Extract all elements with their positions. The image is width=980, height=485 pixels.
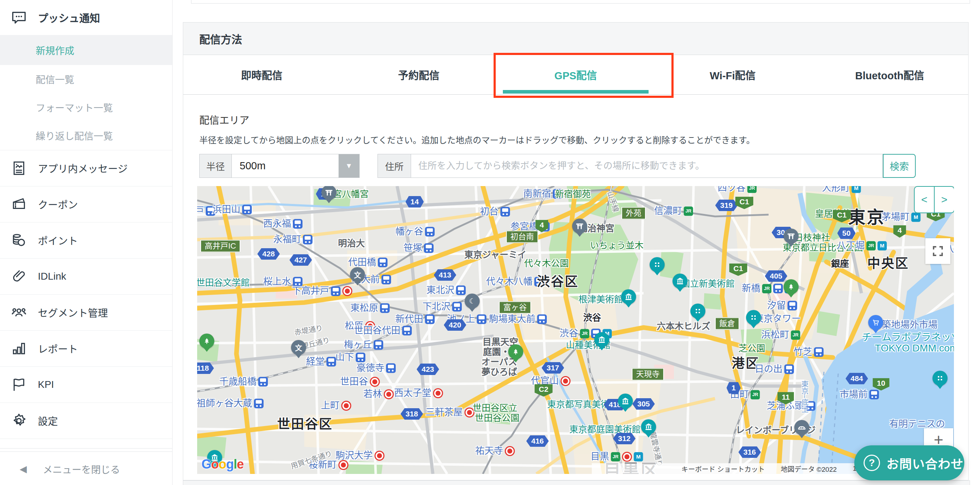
train-station-icon	[258, 377, 268, 386]
keyboard-shortcuts-link[interactable]: キーボード ショートカット	[681, 464, 765, 474]
map-label: 外苑	[621, 207, 646, 219]
map-pin-torii-icon	[572, 219, 587, 237]
point-icon	[11, 232, 27, 248]
map-label: 305	[632, 398, 655, 410]
radius-select[interactable]: 半径 500m ▼	[199, 154, 360, 178]
sidebar-item-in-app-message[interactable]: アプリ内メッセージ	[0, 150, 172, 186]
map-canvas[interactable]: 戸浜田山大宮八幡宮西永福永福町明治大高井戸IC世田谷文学館桜上水代田橋明大前下高…	[197, 186, 954, 474]
map-label: 東松原	[350, 303, 390, 313]
map-label: 423	[417, 364, 439, 375]
map-label: 八丁堀JRM	[837, 241, 887, 250]
map-label: 484	[845, 373, 868, 384]
sidebar-submenu: 新規作成配信一覧フォーマット一覧繰り返し配信一覧	[0, 35, 172, 149]
jr-station-icon: JR	[866, 241, 876, 250]
jr-station-icon: JR	[751, 390, 760, 399]
kpi-icon	[11, 377, 27, 393]
train-station-icon	[425, 314, 434, 324]
tab-bluetooth[interactable]: Bluetooth配信	[811, 55, 968, 94]
map-label: 318	[400, 408, 423, 420]
map-label: TOKYO DMM.com	[875, 343, 954, 353]
map-label: 世田谷区立	[473, 403, 517, 412]
fullscreen-button[interactable]	[925, 238, 950, 264]
delivery-method-card: 配信方法 即時配信予約配信GPS配信Wi-Fi配信Bluetooth配信 配信エ…	[183, 22, 969, 480]
map-label: 飯倉	[715, 317, 739, 330]
map-label: C1	[729, 263, 748, 276]
sidebar-item-idlink[interactable]: IDLink	[0, 259, 172, 295]
map-label: 代々木八幡	[486, 277, 544, 286]
tab-wifi[interactable]: Wi-Fi配信	[654, 55, 811, 94]
close-menu-button[interactable]: ◀ メニューを閉じる	[0, 453, 172, 485]
map-pin-museum-icon	[618, 394, 633, 412]
map-label: 茅場町M	[881, 212, 920, 222]
pan-right-button[interactable]: >	[935, 187, 954, 213]
train-station-icon	[382, 275, 391, 284]
sidebar-subitem-repeat-list[interactable]: 繰り返し配信一覧	[0, 121, 172, 149]
pan-left-button[interactable]: <	[915, 187, 935, 213]
coupon-icon	[11, 196, 27, 213]
map-label: 西永福	[263, 219, 302, 229]
map-label: 1	[726, 382, 741, 394]
sidebar-item-segment[interactable]: セグメント管理	[0, 295, 172, 331]
map-label: 信濃町JR	[654, 206, 693, 216]
tokyu-station-icon	[505, 446, 515, 456]
map-label: 代田橋	[348, 258, 388, 267]
map-label: 夢ひろば	[481, 367, 517, 377]
sidebar-item-point[interactable]: ポイント	[0, 223, 172, 259]
map-label: 312	[613, 433, 635, 444]
map-label: 高井戸IC	[200, 240, 240, 252]
address-label: 住所	[378, 154, 411, 178]
map-label: 赤堤通り	[294, 324, 323, 337]
train-station-icon	[869, 390, 879, 399]
map-pan-control: < >	[914, 186, 954, 213]
tab-immediate[interactable]: 即時配信	[183, 55, 340, 94]
sidebar-subitem-new[interactable]: 新規作成	[0, 35, 172, 65]
train-station-icon	[788, 301, 797, 310]
address-input[interactable]	[411, 154, 883, 178]
tokyu-station-icon	[341, 401, 352, 411]
map-label: 世田谷区	[277, 418, 333, 431]
map-label: C1	[735, 196, 754, 209]
map-label: 420	[444, 319, 466, 331]
map-pin-dots-icon	[746, 310, 761, 328]
tab-gps[interactable]: GPS配信	[497, 55, 654, 94]
map-label: 14	[406, 196, 423, 207]
contact-button[interactable]: ? お問い合わせ	[854, 445, 964, 480]
settings-icon	[11, 412, 27, 429]
sidebar: プッシュ通知 新規作成配信一覧フォーマット一覧繰り返し配信一覧 アプリ内メッセー…	[0, 0, 172, 485]
map-label: 4	[893, 225, 906, 237]
report-icon	[11, 340, 27, 357]
sidebar-item-report[interactable]: レポート	[0, 331, 172, 367]
map-label: 下北沢	[423, 302, 462, 312]
tab-scheduled[interactable]: 予約配信	[340, 55, 498, 94]
map-pin-tree-icon	[784, 279, 799, 297]
train-station-icon	[477, 314, 487, 324]
map-label: 笹塚	[404, 243, 434, 253]
jr-station-icon: JR	[791, 330, 800, 340]
map-label: 東京ジャーミイ	[464, 250, 527, 259]
search-button[interactable]: 検索	[883, 154, 916, 178]
sidebar-item-coupon[interactable]: クーポン	[0, 186, 172, 223]
map-label: 山下	[336, 353, 365, 362]
tokyu-station-icon	[384, 389, 394, 399]
train-station-icon	[331, 286, 341, 296]
sidebar-subitem-delivery-list[interactable]: 配信一覧	[0, 65, 172, 93]
sidebar-item-kpi[interactable]: KPI	[0, 367, 172, 403]
map-label: 初台南	[506, 231, 538, 243]
sidebar-divider	[0, 448, 172, 452]
map-label: 駒場東大前	[489, 314, 547, 324]
train-station-icon	[784, 364, 794, 374]
train-station-icon	[456, 285, 466, 295]
sidebar-subitem-format-list[interactable]: フォーマット一覧	[0, 93, 172, 121]
map-label: 山手線	[606, 190, 620, 213]
map-label: 豪徳寺	[356, 363, 396, 373]
map-label: 渋谷区	[537, 275, 579, 289]
chevron-down-icon[interactable]: ▼	[339, 154, 359, 178]
sidebar-item-push-notification[interactable]: プッシュ通知	[0, 0, 172, 35]
google-logo: Google	[201, 457, 243, 472]
sidebar-item-settings[interactable]: 設定	[0, 403, 172, 439]
map-pin-museum-icon	[673, 274, 687, 292]
tokyu-station-icon	[375, 451, 385, 461]
train-station-icon	[402, 326, 412, 336]
map-pin-dots-icon	[650, 257, 665, 275]
radius-value: 500m	[232, 154, 339, 178]
